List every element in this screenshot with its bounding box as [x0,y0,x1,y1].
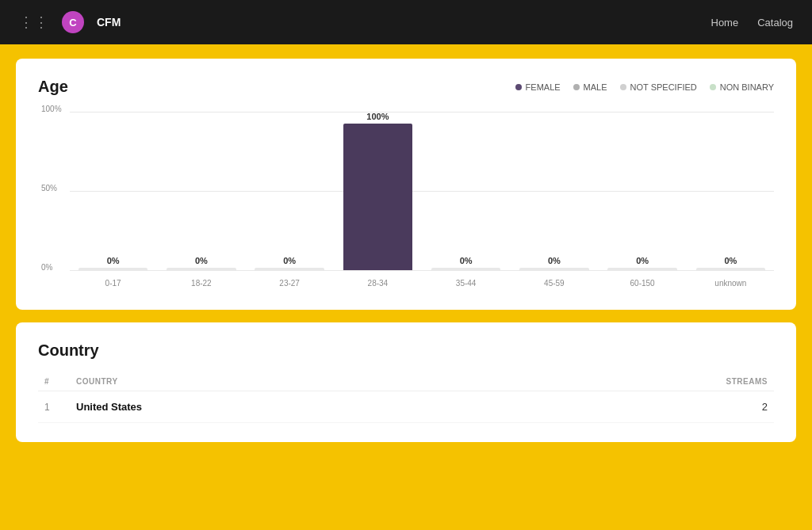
nav-logo: C [62,11,84,33]
chart-container: 100% 50% 0% 0%0-170%18-220%23-27100%28-3… [38,112,774,294]
bar-group-0-17: 0%0-17 [70,112,156,270]
legend-not-specified-dot [620,84,626,90]
bar-rect-0-17 [79,268,147,270]
col-header-rank: # [38,372,70,391]
legend-male: MALE [573,82,607,92]
bar-pct-35-44: 0% [460,256,473,265]
bar-rect-60-150 [607,268,676,270]
legend-female-dot [515,84,522,90]
legend-non-binary-label: NON BINARY [720,82,774,92]
bar-rect-unknown [696,268,765,270]
bar-rect-45-59 [519,268,588,270]
country-table-header-row: # COUNTRY STREAMS [38,372,774,391]
legend-male-label: MALE [584,82,607,92]
bar-pct-28-34: 100% [366,112,389,121]
bar-age-label-28-34: 28-34 [368,279,389,288]
age-chart-header: Age FEMALE MALE NOT SPECIFIED NON BINARY [38,78,774,96]
legend: FEMALE MALE NOT SPECIFIED NON BINARY [515,82,774,92]
grid-label-100: 100% [41,104,62,112]
legend-not-specified-label: NOT SPECIFIED [630,82,697,92]
nav-brand: CFM [97,16,121,29]
nav-links: Home Catalog [711,17,794,29]
legend-non-binary: NON BINARY [710,82,774,92]
bar-group-unknown: 0%unknown [688,112,774,270]
bar-rect-18-22 [167,268,236,270]
bar-pct-45-59: 0% [548,256,561,265]
bar-group-35-44: 0%35-44 [423,112,509,270]
navbar: ⋮⋮ C CFM Home Catalog [0,0,812,44]
country-streams-0: 2 [486,391,774,423]
bar-pct-0-17: 0% [107,256,120,265]
col-header-country: COUNTRY [70,372,486,391]
bar-rect-28-34 [343,124,412,270]
bar-pct-60-150: 0% [636,256,649,265]
bar-age-label-unknown: unknown [714,279,746,288]
legend-female-label: FEMALE [526,82,561,92]
bar-pct-unknown: 0% [724,256,737,265]
age-chart-card: Age FEMALE MALE NOT SPECIFIED NON BINARY [16,59,796,310]
bar-age-label-0-17: 0-17 [105,279,121,288]
country-rank-0: 1 [38,391,70,423]
age-chart-title: Age [38,78,68,96]
country-section-title: Country [38,341,774,360]
nav-logo-letter: C [69,17,76,29]
main-content: Age FEMALE MALE NOT SPECIFIED NON BINARY [0,44,812,456]
country-card: Country # COUNTRY STREAMS 1United States… [16,322,796,442]
legend-male-dot [573,84,580,90]
bars-row: 0%0-170%18-220%23-27100%28-340%35-440%45… [70,112,774,270]
country-name-0: United States [70,391,486,423]
bar-age-label-60-150: 60-150 [630,279,655,288]
col-header-streams: STREAMS [486,372,774,391]
country-table-row: 1United States2 [38,391,774,423]
grid-label-0: 0% [41,262,52,271]
bar-group-45-59: 0%45-59 [511,112,597,270]
bar-age-label-45-59: 45-59 [544,279,565,288]
bar-group-23-27: 0%23-27 [247,112,333,270]
legend-non-binary-dot [710,84,716,90]
bar-pct-18-22: 0% [195,256,208,265]
nav-link-home[interactable]: Home [711,17,739,29]
nav-dots-icon: ⋮⋮ [19,13,49,31]
bar-age-label-35-44: 35-44 [456,279,477,288]
chart-grid: 100% 50% 0% 0%0-170%18-220%23-27100%28-3… [70,112,774,270]
nav-link-catalog[interactable]: Catalog [757,17,793,29]
bar-group-28-34: 100%28-34 [335,112,421,270]
bar-rect-35-44 [431,268,500,270]
bar-rect-23-27 [255,268,324,270]
country-table: # COUNTRY STREAMS 1United States2 [38,372,774,423]
grid-label-50: 50% [41,183,57,192]
legend-female: FEMALE [515,82,561,92]
legend-not-specified: NOT SPECIFIED [620,82,697,92]
bar-group-18-22: 0%18-22 [158,112,244,270]
bar-age-label-23-27: 23-27 [279,279,300,288]
bar-age-label-18-22: 18-22 [191,279,212,288]
bar-group-60-150: 0%60-150 [599,112,686,270]
grid-line-0: 0% [70,270,774,271]
bar-pct-23-27: 0% [283,256,296,265]
